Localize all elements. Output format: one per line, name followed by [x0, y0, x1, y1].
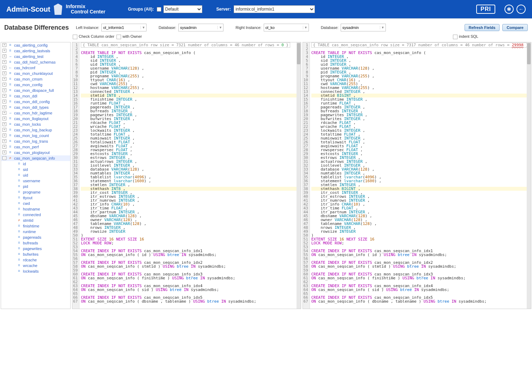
expander-icon[interactable]: -: [2, 156, 6, 160]
tree-child[interactable]: =ttyout: [1, 195, 70, 201]
expander-icon[interactable]: +: [2, 49, 6, 53]
expander-icon[interactable]: +: [2, 150, 6, 154]
groups-checkbox[interactable]: [157, 7, 161, 12]
indent-sql-checkbox[interactable]: [453, 35, 458, 39]
tree-item[interactable]: +=cas_mon_log_backup: [1, 127, 70, 133]
right-db-input[interactable]: [341, 24, 380, 31]
tree-child[interactable]: =cwd: [1, 201, 70, 206]
expander-icon[interactable]: +: [2, 139, 6, 143]
code-body-right[interactable]: { TABLE cas_mon_seqscan_info row size = …: [310, 42, 531, 309]
left-instance-combo[interactable]: ▼: [101, 24, 147, 31]
expander-icon[interactable]: +: [2, 43, 6, 47]
tree-label: cas_mon_hdr_lagtime: [14, 111, 52, 115]
tree-child[interactable]: ≠stmtid: [1, 218, 70, 223]
compare-button[interactable]: Compare: [502, 24, 528, 31]
tree-child[interactable]: =hostname: [1, 206, 70, 212]
expander-icon[interactable]: +: [2, 94, 6, 98]
settings-icon[interactable]: ✻: [504, 5, 514, 14]
left-db-input[interactable]: [179, 24, 217, 31]
back-icon[interactable]: ←: [516, 5, 526, 14]
tree-item[interactable]: +→cas_alerting_test: [1, 54, 70, 59]
expander-icon[interactable]: +: [2, 117, 6, 120]
tree-child-label: pagereads: [23, 235, 41, 239]
tree-item[interactable]: +=cas_mon_log_trans: [1, 138, 70, 144]
expander-icon[interactable]: +: [2, 83, 6, 87]
tree-label: cas_mon_ddl: [14, 94, 37, 98]
tree-child[interactable]: =pid: [1, 184, 70, 189]
tree-child[interactable]: =id: [1, 161, 70, 167]
tree-item[interactable]: +=cas_mon_dbspace_full: [1, 88, 70, 93]
tree-child[interactable]: =rdcache: [1, 257, 70, 263]
tree-item[interactable]: +=cas_mon_log_count: [1, 133, 70, 138]
tree-item[interactable]: +=cas_mon_perf: [1, 144, 70, 150]
diff-equal-icon: =: [8, 49, 13, 53]
chevron-down-icon[interactable]: ▼: [217, 26, 223, 29]
expander-icon[interactable]: +: [2, 66, 6, 70]
tree-child[interactable]: =bufreads: [1, 240, 70, 246]
tree-child[interactable]: =finishtime: [1, 223, 70, 229]
tree-child[interactable]: =pagereads: [1, 234, 70, 240]
diff-equal-icon: =: [8, 150, 13, 154]
code-body-left[interactable]: { TABLE cas_mon_seqscan_info row size = …: [79, 42, 300, 309]
tree-child[interactable]: =username: [1, 178, 70, 184]
tree-child[interactable]: =wrcache: [1, 263, 70, 268]
tree-item[interactable]: +=cas_mon_chunklayout: [1, 71, 70, 76]
tree-child[interactable]: =progname: [1, 189, 70, 195]
diff-equal-icon: =: [8, 145, 13, 149]
tree-item[interactable]: +=cas_mon_cmsm: [1, 76, 70, 82]
chevron-down-icon[interactable]: ▼: [380, 26, 385, 29]
expander-icon[interactable]: +: [2, 88, 6, 92]
diff-equal-icon: =: [17, 190, 22, 194]
refresh-button[interactable]: Refresh Fields: [465, 24, 500, 31]
diff-equal-icon: =: [8, 100, 13, 103]
tree-item[interactable]: +=cas_mon_config: [1, 82, 70, 88]
left-instance-input[interactable]: [102, 24, 141, 31]
expander-icon[interactable]: +: [2, 71, 6, 75]
tree-item[interactable]: +→cas_mon_hdr_lagtime: [1, 110, 70, 116]
tree-child[interactable]: =connected: [1, 212, 70, 218]
tree-item[interactable]: -≠cas_mon_seqscan_info: [1, 155, 70, 161]
expander-icon[interactable]: +: [2, 122, 6, 126]
tree-item[interactable]: +=cas_mon_ploglayout: [1, 150, 70, 155]
tree-item[interactable]: +=cas_alerting_lastvals: [1, 48, 70, 54]
server-select[interactable]: informix:ol_informix1: [234, 5, 315, 13]
tree-child[interactable]: =sid: [1, 167, 70, 172]
groups-select[interactable]: Default: [163, 5, 202, 13]
tree-child[interactable]: =runtime: [1, 229, 70, 234]
tree-child[interactable]: =pagewrites: [1, 246, 70, 251]
scrollbar-left[interactable]: [297, 42, 301, 309]
with-owner-checkbox[interactable]: [116, 35, 121, 39]
expander-icon[interactable]: +: [2, 100, 6, 103]
tree-item[interactable]: +=cas_mon_ddl_config: [1, 99, 70, 105]
expander-icon[interactable]: +: [2, 60, 6, 64]
tree-child[interactable]: =uid: [1, 172, 70, 178]
expander-icon[interactable]: +: [2, 54, 6, 58]
tree-child[interactable]: =lockwaits: [1, 268, 70, 274]
expander-icon[interactable]: +: [2, 133, 6, 137]
left-db-combo[interactable]: ▼: [178, 24, 223, 31]
tree-item[interactable]: +←cas_hdrconf: [1, 65, 70, 71]
tree-panel[interactable]: +=cas_alerting_config+=cas_alerting_last…: [1, 42, 71, 309]
tree-child[interactable]: =bufwrites: [1, 251, 70, 257]
tree-item[interactable]: +=cas_mon_ddl_types: [1, 105, 70, 110]
chevron-down-icon[interactable]: ▼: [141, 26, 146, 29]
right-instance-input[interactable]: [264, 24, 303, 31]
expander-icon[interactable]: +: [2, 128, 6, 132]
expander-icon[interactable]: +: [2, 145, 6, 149]
right-instance-combo[interactable]: ▼: [264, 24, 309, 31]
tree-label: cas_mon_log_count: [14, 133, 49, 138]
expander-icon[interactable]: +: [2, 77, 6, 81]
tree-item[interactable]: +=cas_mon_locks: [1, 121, 70, 127]
expander-icon[interactable]: +: [2, 105, 6, 109]
check-col-order-checkbox[interactable]: [73, 35, 77, 39]
scrollbar-right[interactable]: [527, 42, 531, 309]
tree-item[interactable]: +=cas_mon_ddl: [1, 93, 70, 99]
tree-item[interactable]: +=cas_mon_lloglayout: [1, 116, 70, 121]
chevron-down-icon[interactable]: ▼: [303, 26, 309, 29]
right-db-combo[interactable]: ▼: [341, 24, 386, 31]
tree-item[interactable]: +=cas_ddl_hist2_schemas: [1, 59, 70, 65]
diff-equal-icon: =: [8, 139, 13, 143]
tree-item[interactable]: +=cas_alerting_config: [1, 42, 70, 48]
expander-icon[interactable]: +: [2, 111, 6, 115]
tree-child-label: rdcache: [23, 258, 37, 262]
